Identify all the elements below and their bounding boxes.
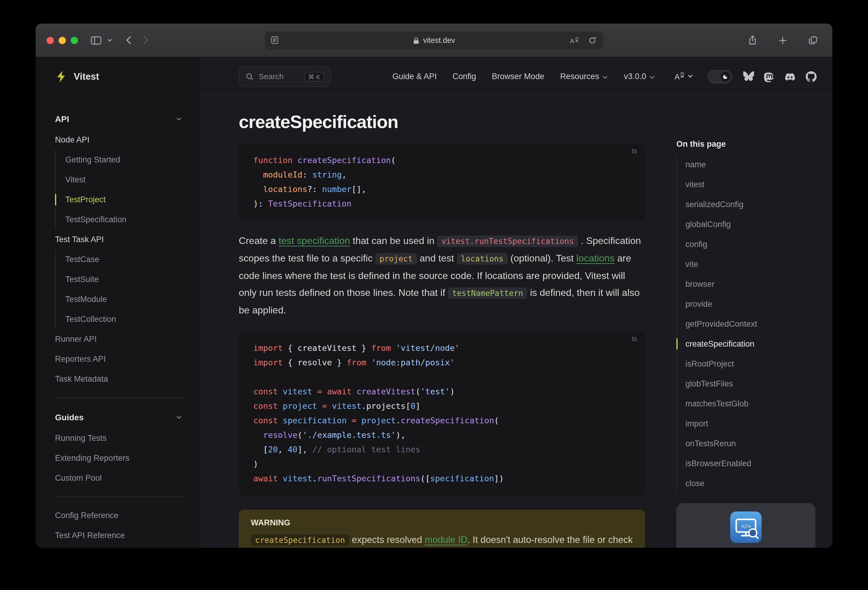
code-block-signature: ts function createSpecification( moduleI… — [239, 143, 645, 221]
code-signature[interactable]: function createSpecification( moduleId: … — [239, 153, 645, 211]
inline-code: createSpecification — [251, 534, 349, 546]
share-button[interactable] — [744, 32, 761, 48]
toc-item-isrootproject[interactable]: isRootProject — [677, 354, 815, 374]
new-tab-button[interactable] — [774, 32, 791, 48]
nav-link-guide-api[interactable]: Guide & API — [392, 72, 437, 81]
toc: On this page namevitestserializedConfigg… — [676, 96, 815, 548]
inline-link-test-specification[interactable]: test specification — [279, 235, 350, 246]
translate-button[interactable]: A — [569, 35, 580, 45]
toc-item-ontestsrerun[interactable]: onTestsRerun — [677, 434, 815, 453]
toc-item-config[interactable]: config — [677, 234, 815, 254]
sidebar-item-running-tests[interactable]: Running Tests — [55, 428, 185, 448]
sidebar-item-extending-reporters[interactable]: Extending Reporters — [55, 448, 185, 468]
warning-body: createSpecification expects resolved mod… — [251, 532, 633, 548]
inline-link-module-id[interactable]: module ID — [425, 534, 467, 545]
forward-button[interactable] — [137, 32, 154, 48]
language-menu-button[interactable]: A — [671, 71, 697, 82]
theme-toggle[interactable] — [708, 70, 732, 83]
code-example[interactable]: import { createVitest } from 'vitest/nod… — [239, 341, 645, 486]
sidebar-item-getting-started[interactable]: Getting Started — [55, 150, 185, 170]
sidebar-item-testspecification[interactable]: TestSpecification — [55, 210, 185, 230]
mastodon-link[interactable] — [764, 71, 774, 82]
inline-link-locations[interactable]: locations — [576, 253, 614, 263]
sidebar-divider — [55, 397, 185, 398]
zoom-window-button[interactable] — [71, 37, 78, 44]
toc-item-isbrowserenabled[interactable]: isBrowserEnabled — [677, 453, 815, 474]
toc-item-vitest[interactable]: vitest — [677, 175, 815, 194]
nav-links: Guide & APIConfigBrowser ModeResourcesv3… — [392, 72, 655, 81]
sidebar-item-config-reference[interactable]: Config Reference — [55, 505, 185, 525]
text-run: expects resolved — [349, 534, 425, 545]
back-icon — [125, 35, 132, 45]
text-run: that can be used in — [350, 235, 437, 246]
nav-link-v3-0-0[interactable]: v3.0.0 — [624, 72, 655, 81]
sponsor-card[interactable]: </> — [676, 503, 815, 548]
discord-link[interactable] — [784, 72, 796, 81]
svg-text:A: A — [675, 72, 680, 81]
address-bar[interactable]: vitest.dev A — [265, 31, 603, 50]
minimize-window-button[interactable] — [59, 37, 66, 44]
sidebar-divider — [55, 496, 185, 497]
sidebar-item-testproject[interactable]: TestProject — [55, 190, 185, 210]
sidebar-item-testmodule[interactable]: TestModule — [55, 289, 185, 309]
sidebar-item-testsuite[interactable]: TestSuite — [55, 269, 185, 289]
tab-overview-button[interactable] — [805, 32, 821, 48]
sidebar-toggle-button[interactable] — [88, 32, 105, 48]
nav-link-config[interactable]: Config — [452, 72, 476, 81]
sidebar-item-reporters-api[interactable]: Reporters API — [55, 349, 185, 369]
sidebar-item-test-task-api[interactable]: Test Task API — [55, 230, 185, 249]
sidebar-item-test-api-reference[interactable]: Test API Reference — [55, 525, 185, 545]
toc-item-globtestfiles[interactable]: globTestFiles — [677, 374, 815, 394]
chevron-down-icon — [176, 414, 182, 420]
sidebar-menu-chevron[interactable] — [105, 32, 114, 48]
github-link[interactable] — [806, 71, 816, 82]
toc-item-import[interactable]: import — [677, 413, 815, 434]
site-logo[interactable]: Vitest — [35, 57, 200, 96]
sidebar-section-guides[interactable]: Guides — [55, 406, 185, 428]
warning-callout: WARNING createSpecification expects reso… — [239, 510, 645, 548]
toc-item-browser[interactable]: browser — [677, 274, 815, 294]
sidebar-item-runner-api[interactable]: Runner API — [55, 329, 185, 349]
sidebar-item-custom-pool[interactable]: Custom Pool — [55, 468, 185, 488]
toc-item-name[interactable]: name — [677, 154, 815, 175]
toc-item-vite[interactable]: vite — [677, 254, 815, 274]
svg-text:A: A — [570, 37, 574, 44]
address-bar-wrap: vitest.dev A — [265, 31, 603, 50]
toc-item-getprovidedcontext[interactable]: getProvidedContext — [677, 314, 815, 334]
doc-content: createSpecification ts function createSp… — [239, 96, 645, 548]
sidebar-item-testcase[interactable]: TestCase — [55, 249, 185, 269]
code-screen-icon: </> — [730, 512, 762, 543]
toc-title: On this page — [676, 140, 815, 149]
sidebar-item-vitest[interactable]: Vitest — [55, 170, 185, 190]
sidebar-item-node-api[interactable]: Node API — [55, 130, 185, 150]
sidebar-icon — [91, 36, 102, 44]
nav-link-resources[interactable]: Resources — [560, 72, 608, 81]
toc-item-globalconfig[interactable]: globalConfig — [677, 214, 815, 234]
inline-code: locations — [457, 253, 508, 265]
inline-code: project — [375, 253, 417, 265]
toc-item-close[interactable]: close — [677, 474, 815, 493]
text-run: and test — [417, 253, 457, 263]
nav-link-browser-mode[interactable]: Browser Mode — [492, 72, 544, 81]
search-icon — [245, 72, 254, 81]
search-label: Search — [259, 72, 283, 81]
toc-item-serializedconfig[interactable]: serializedConfig — [677, 194, 815, 214]
sidebar-item-testcollection[interactable]: TestCollection — [55, 309, 185, 329]
search-shortcut: ⌘ K — [304, 72, 324, 81]
toc-item-createspecification[interactable]: createSpecification — [677, 334, 815, 354]
discord-icon — [784, 72, 796, 81]
toc-item-provide[interactable]: provide — [677, 294, 815, 314]
bluesky-link[interactable] — [743, 71, 754, 81]
toc-item-matchestestglob[interactable]: matchesTestGlob — [677, 394, 815, 413]
sidebar-item-task-metadata[interactable]: Task Metadata — [55, 369, 185, 389]
reload-button[interactable] — [587, 35, 598, 45]
close-window-button[interactable] — [47, 37, 54, 44]
url-text: vitest.dev — [423, 36, 455, 45]
inline-code: vitest.runTestSpecifications — [437, 235, 578, 247]
page-settings-icon[interactable] — [270, 35, 279, 47]
page-title: createSpecification — [239, 110, 645, 134]
search-button[interactable]: Search ⌘ K — [239, 66, 331, 87]
sidebar-section-api[interactable]: API — [55, 108, 185, 130]
screen-background: vitest.dev A — [0, 0, 868, 590]
back-button[interactable] — [120, 32, 137, 48]
